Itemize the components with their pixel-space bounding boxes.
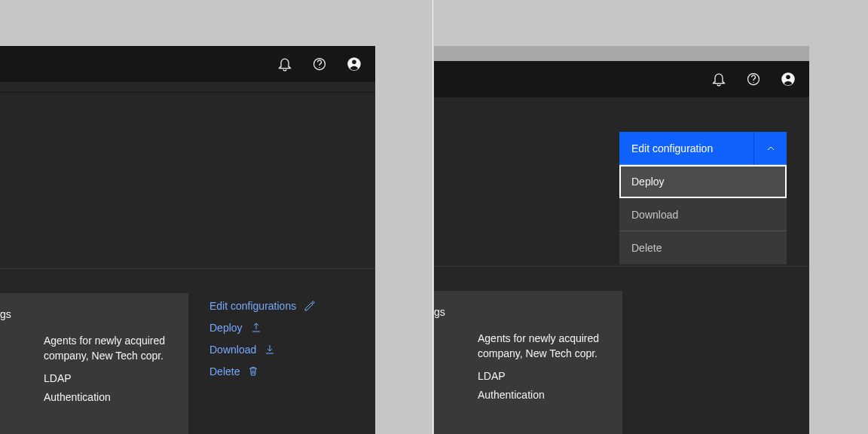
panel-meta-line-1: LDAP [434, 367, 604, 386]
panel-description: Agents for newly acquired company, New T… [434, 332, 604, 361]
edit-icon [304, 300, 316, 312]
account-button[interactable] [773, 64, 803, 94]
action-label: Download [209, 344, 256, 356]
download-link[interactable]: Download [209, 344, 316, 356]
inline-action-list: Edit configurations Deploy Download [209, 300, 316, 377]
panel-meta-line-1: LDAP [0, 369, 170, 388]
account-button[interactable] [339, 49, 369, 79]
subheader-strip [0, 82, 375, 93]
panel-meta-line-2: Authentication [0, 388, 170, 407]
user-avatar-icon [781, 72, 796, 87]
download-icon [264, 344, 276, 356]
deploy-icon [250, 322, 262, 334]
dropdown-item-delete[interactable]: Delete [619, 231, 787, 264]
notifications-button[interactable] [270, 49, 300, 79]
example-frame-left: gs Agents for newly acquired company, Ne… [0, 46, 375, 434]
edit-configuration-button[interactable]: Edit configuration [619, 132, 753, 165]
example-frame-right: gs Agents for newly acquired company, Ne… [434, 46, 809, 434]
content-area: gs Agents for newly acquired company, Ne… [0, 93, 375, 434]
help-button[interactable] [304, 49, 335, 79]
help-icon [746, 72, 761, 87]
window-chrome-strip [434, 46, 809, 61]
dropdown-menu: Deploy Download Delete [619, 165, 787, 264]
action-label: Deploy [209, 322, 243, 334]
topbar [0, 46, 375, 82]
edit-configurations-link[interactable]: Edit configurations [209, 300, 316, 312]
dropdown-item-download[interactable]: Download [619, 198, 787, 231]
help-button[interactable] [738, 64, 769, 94]
bell-icon [711, 72, 726, 87]
svg-point-1 [319, 67, 319, 68]
dropdown-primary-label: Edit configuration [631, 142, 713, 154]
user-avatar-icon [347, 57, 362, 72]
chevron-up-icon [765, 142, 777, 154]
deploy-link[interactable]: Deploy [209, 322, 316, 334]
horizontal-divider [0, 268, 375, 269]
details-panel: gs Agents for newly acquired company, Ne… [434, 291, 622, 434]
bell-icon [277, 57, 292, 72]
trash-icon [247, 365, 259, 377]
dropdown-item-label: Delete [631, 242, 662, 254]
dropdown-button-row: Edit configuration [619, 132, 787, 165]
dropdown-item-label: Download [631, 209, 678, 221]
panel-heading: gs [0, 308, 170, 320]
panel-description: Agents for newly acquired company, New T… [0, 334, 170, 363]
panel-heading: gs [434, 306, 604, 318]
delete-link[interactable]: Delete [209, 365, 316, 377]
details-panel: gs Agents for newly acquired company, Ne… [0, 293, 188, 434]
panel-meta-line-2: Authentication [434, 386, 604, 405]
topbar [434, 61, 809, 97]
dropdown-item-label: Deploy [631, 176, 665, 188]
primary-action-dropdown: Edit configuration Deploy Download Delet… [619, 132, 787, 264]
help-icon [312, 57, 327, 72]
action-label: Delete [209, 365, 240, 377]
horizontal-divider [434, 266, 809, 267]
dropdown-item-deploy[interactable]: Deploy [619, 165, 787, 198]
dropdown-toggle-button[interactable] [753, 132, 787, 165]
action-label: Edit configurations [209, 300, 296, 312]
svg-point-3 [753, 82, 753, 83]
notifications-button[interactable] [704, 64, 734, 94]
example-separator [432, 0, 433, 434]
